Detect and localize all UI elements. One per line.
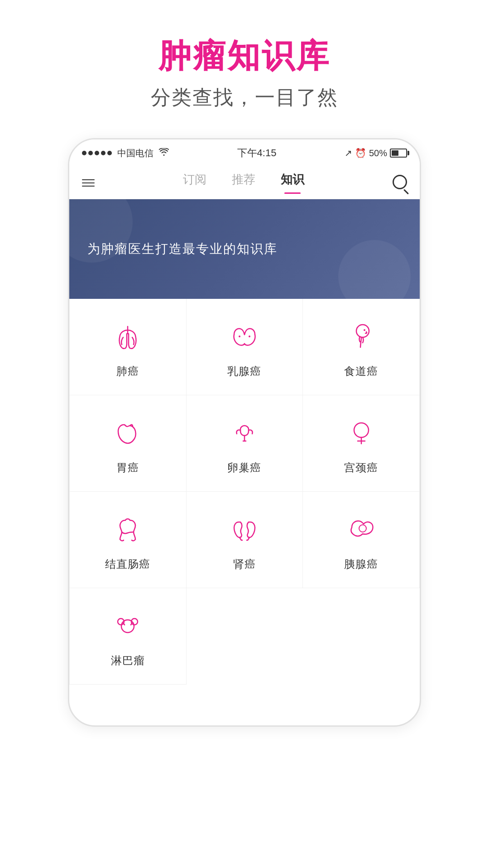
breast-icon	[226, 319, 263, 355]
grid-label-lymph: 淋巴瘤	[111, 653, 145, 668]
grid-label-ovary: 卵巢癌	[227, 460, 261, 475]
grid-label-kidney: 肾癌	[233, 557, 256, 571]
grid-item-breast[interactable]: 乳腺癌	[187, 299, 303, 395]
battery-percent: 50%	[369, 148, 387, 158]
status-right: ↗ ⏰ 50%	[345, 148, 407, 158]
status-bar: 中国电信 下午4:15 ↗ ⏰ 50%	[69, 139, 420, 167]
battery-icon	[390, 149, 407, 158]
grid-label-stomach: 胃癌	[116, 460, 139, 475]
kidney-icon	[226, 512, 263, 548]
svg-point-5	[359, 525, 366, 532]
grid-item-pancreas[interactable]: 胰腺癌	[303, 492, 420, 588]
tab-subscribe[interactable]: 订阅	[170, 172, 219, 194]
page-header: 肿瘤知识库 分类查找，一目了然	[151, 36, 338, 111]
banner: 为肿瘤医生打造最专业的知识库	[69, 199, 420, 299]
cervix-icon	[343, 415, 379, 451]
grid-label-cervix: 宫颈癌	[344, 460, 378, 475]
grid-label-pancreas: 胰腺癌	[344, 557, 378, 571]
alarm-icon: ⏰	[355, 148, 366, 158]
page-title: 肿瘤知识库	[151, 36, 338, 75]
page-subtitle: 分类查找，一目了然	[151, 84, 338, 111]
wifi-icon	[159, 148, 169, 158]
ovary-icon	[226, 415, 263, 451]
grid-label-breast: 乳腺癌	[227, 364, 261, 379]
status-left: 中国电信	[82, 147, 169, 159]
svg-point-0	[239, 336, 240, 337]
tab-knowledge[interactable]: 知识	[268, 172, 317, 194]
banner-text: 为肿瘤医生打造最专业的知识库	[87, 240, 278, 258]
lung-icon	[110, 319, 146, 355]
cancer-grid: 肺癌 乳腺癌	[69, 299, 420, 685]
status-time: 下午4:15	[237, 146, 277, 160]
search-icon	[393, 175, 407, 189]
nav-tabs: 订阅 推荐 知识	[69, 167, 420, 199]
svg-point-6	[121, 620, 134, 633]
grid-item-kidney[interactable]: 肾癌	[187, 492, 303, 588]
esophagus-icon	[343, 319, 379, 355]
lymph-icon	[110, 608, 146, 644]
grid-item-lymph[interactable]: 淋巴瘤	[70, 588, 187, 685]
nav-tabs-center: 订阅 推荐 知识	[170, 172, 317, 194]
grid-item-stomach[interactable]: 胃癌	[70, 395, 187, 492]
stomach-icon	[110, 415, 146, 451]
colon-icon	[110, 512, 146, 548]
grid-label-esophagus: 食道癌	[344, 364, 378, 379]
grid-item-esophagus[interactable]: 食道癌	[303, 299, 420, 395]
carrier-label: 中国电信	[117, 147, 153, 159]
grid-item-ovary[interactable]: 卵巢癌	[187, 395, 303, 492]
svg-point-1	[249, 336, 250, 337]
search-button[interactable]	[393, 175, 407, 191]
grid-item-lung[interactable]: 肺癌	[70, 299, 187, 395]
phone-frame: 中国电信 下午4:15 ↗ ⏰ 50% 订阅	[68, 138, 421, 727]
svg-point-2	[356, 325, 369, 337]
signal-dots	[82, 151, 112, 155]
tab-recommend[interactable]: 推荐	[219, 172, 268, 194]
grid-label-colon: 结直肠癌	[105, 557, 150, 571]
svg-point-3	[364, 329, 365, 331]
svg-point-4	[354, 423, 369, 437]
location-icon: ↗	[345, 148, 352, 158]
grid-label-lung: 肺癌	[116, 364, 139, 379]
grid-item-colon[interactable]: 结直肠癌	[70, 492, 187, 588]
menu-button[interactable]	[82, 179, 95, 187]
pancreas-icon	[343, 512, 379, 548]
grid-item-cervix[interactable]: 宫颈癌	[303, 395, 420, 492]
